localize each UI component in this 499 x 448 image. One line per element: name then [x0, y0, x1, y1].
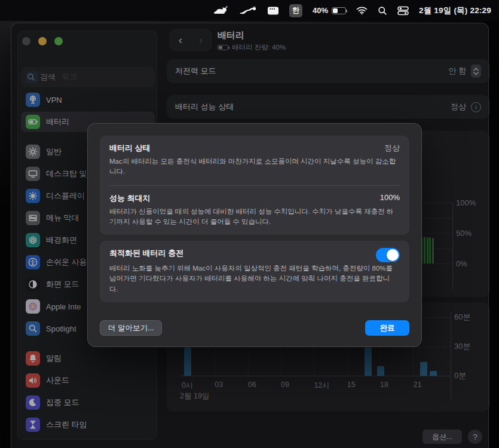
- done-button[interactable]: 완료: [365, 320, 409, 336]
- section-value: 100%: [380, 193, 400, 202]
- battery-health-dialog: 배터리 상태 정상 Mac의 배터리는 모든 충전식 배터리와 마찬가지로 소모…: [87, 123, 422, 347]
- max-capacity-section: 성능 최대치 100% 배터리가 신품이었을 때의 성능에 대비한 배터리 성능…: [100, 186, 409, 235]
- korean-input-icon[interactable]: 한: [289, 4, 302, 17]
- cat-app-icon[interactable]: z: [213, 4, 229, 17]
- optimized-charging-section: 최적화된 배터리 충전 배터리 노화를 늦추기 위해 Mac이 사용자의 일상적…: [100, 241, 409, 302]
- menu-bar-clock[interactable]: 2월 19일 (목) 22:29: [419, 5, 491, 16]
- section-title: 최적화된 배터리 충전: [109, 248, 183, 259]
- ferret-app-icon[interactable]: [239, 4, 257, 17]
- desktop: z 한 40% 2월 19일 (목) 22:29: [0, 0, 499, 448]
- section-value: 정상: [384, 143, 400, 154]
- control-center-icon[interactable]: [397, 4, 409, 17]
- settings-window: 검색 워크 VPN 배터리 일반 데스크탑 및: [11, 23, 489, 448]
- section-description: 배터리 노화를 늦추기 위해 Mac이 사용자의 일상적인 충전 패턴을 학습하…: [109, 263, 396, 294]
- health-card: 배터리 상태 정상 Mac의 배터리는 모든 충전식 배터리와 마찬가지로 소모…: [100, 136, 409, 235]
- optimized-charging-toggle[interactable]: [376, 248, 400, 262]
- battery-status-icon[interactable]: 40%: [313, 6, 346, 15]
- learn-more-button[interactable]: 더 알아보기...: [100, 320, 162, 336]
- menu-bar: z 한 40% 2월 19일 (목) 22:29: [0, 0, 499, 21]
- section-description: Mac의 배터리는 모든 충전식 배터리와 마찬가지로 소모품이며 시간이 지날…: [109, 157, 396, 177]
- battery-state-section: 배터리 상태 정상 Mac의 배터리는 모든 충전식 배터리와 마찬가지로 소모…: [100, 136, 409, 185]
- section-description: 배터리가 신품이었을 때의 성능에 대비한 배터리 성능 수치입니다. 수치가 …: [109, 207, 396, 228]
- svg-text:z: z: [226, 5, 228, 8]
- section-title: 배터리 상태: [109, 143, 151, 154]
- battery-percent-label: 40%: [313, 6, 328, 15]
- search-icon[interactable]: [378, 4, 387, 17]
- section-title: 성능 최대치: [109, 193, 151, 204]
- window-manager-icon[interactable]: [267, 4, 279, 17]
- wifi-icon[interactable]: [356, 4, 368, 17]
- optimized-charging-card: 최적화된 배터리 충전 배터리 노화를 늦추기 위해 Mac이 사용자의 일상적…: [100, 241, 409, 302]
